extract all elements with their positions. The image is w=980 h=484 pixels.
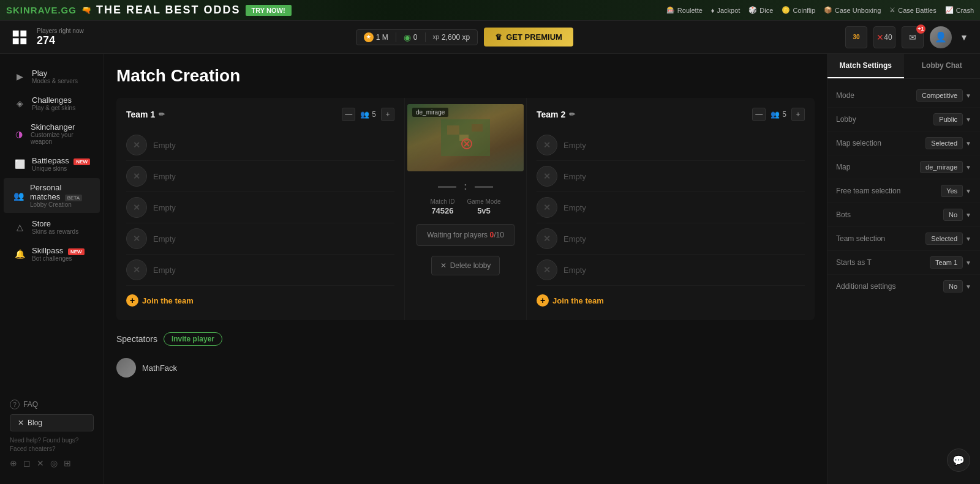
messages-button[interactable]: ✉ +1 bbox=[902, 26, 924, 48]
ad-tagline: THE REAL BEST ODDS bbox=[96, 4, 241, 17]
coins-button[interactable]: ✕ 40 bbox=[873, 26, 895, 48]
sidebar-item-skillpass[interactable]: 🔔 Skillpass NEW Bot challenges bbox=[4, 241, 100, 267]
try-now-button[interactable]: TRY NOW! bbox=[246, 5, 292, 16]
ad-logo[interactable]: SKINRAVE.GG bbox=[6, 5, 77, 15]
sidebar-item-play[interactable]: ▶ Play Modes & servers bbox=[4, 64, 100, 89]
free-team-dropdown-icon[interactable]: ▼ bbox=[965, 188, 971, 195]
blog-button[interactable]: ✕ Blog bbox=[10, 414, 94, 431]
xp-m: ★ 1 M bbox=[364, 32, 388, 42]
team2-edit-icon[interactable]: ✏ bbox=[569, 110, 575, 119]
main-layout: ▶ Play Modes & servers ◈ Challenges Play… bbox=[0, 54, 980, 484]
sidebar: ▶ Play Modes & servers ◈ Challenges Play… bbox=[0, 54, 104, 484]
sidebar-text-play: Play Modes & servers bbox=[32, 69, 78, 84]
sidebar-item-battlepass[interactable]: ⬜ Battlepass NEW Unique skins bbox=[4, 151, 100, 177]
additional-dropdown-icon[interactable]: ▼ bbox=[965, 283, 971, 290]
faq-item[interactable]: ? FAQ bbox=[10, 400, 94, 409]
team-selection-dropdown-icon[interactable]: ▼ bbox=[965, 236, 971, 242]
team2-label: Team 2 bbox=[537, 110, 565, 119]
account-dropdown[interactable]: ▼ bbox=[958, 26, 970, 48]
spectator-name: MathFack bbox=[142, 363, 177, 373]
match-id-value: 74526 bbox=[431, 206, 453, 215]
avatar-image: 👤 bbox=[930, 26, 952, 48]
game-mode-label: Game Mode bbox=[467, 198, 500, 205]
map-dropdown-icon[interactable]: ▼ bbox=[965, 164, 971, 171]
settings-key-bots: Bots bbox=[836, 210, 851, 219]
lobby-dropdown-icon[interactable]: ▼ bbox=[965, 116, 971, 123]
sidebar-item-skinchanger[interactable]: ◑ Skinchanger Customize your weapon bbox=[4, 117, 100, 150]
settings-badge-free-team: Yes bbox=[941, 185, 963, 197]
delete-lobby-button[interactable]: ✕ Delete lobby bbox=[431, 256, 500, 275]
tab-match-settings[interactable]: Match Settings bbox=[827, 54, 904, 78]
settings-val-free-team: Yes ▼ bbox=[941, 185, 971, 197]
ad-nav-roulette[interactable]: 🎰 Roulette bbox=[666, 6, 703, 14]
twitter-icon[interactable]: ✕ bbox=[37, 458, 44, 468]
team1-slot3-label: Empty bbox=[153, 203, 176, 212]
sidebar-sub-personal-matches: Lobby Creation bbox=[30, 201, 90, 208]
map-selection-dropdown-icon[interactable]: ▼ bbox=[965, 140, 971, 147]
blog-label: Blog bbox=[28, 419, 42, 427]
ad-nav-case-battles[interactable]: ⚔ Case Battles bbox=[889, 6, 936, 14]
starts-as-dropdown-icon[interactable]: ▼ bbox=[965, 259, 971, 266]
premium-button[interactable]: ♛ GET PREMIUM bbox=[484, 28, 573, 47]
slot-x-icon4: ✕ bbox=[133, 234, 140, 244]
team2-minus-button[interactable]: — bbox=[752, 108, 766, 121]
team2-slot-1: ✕ Empty bbox=[537, 130, 805, 161]
team1-controls: — 👥 5 + bbox=[342, 108, 394, 121]
ad-nav-coinflip[interactable]: 🪙 Coinflip bbox=[782, 6, 815, 14]
discord-icon[interactable]: ⊕ bbox=[10, 458, 17, 468]
sidebar-item-personal-matches[interactable]: 👥 Personal matches BETA Lobby Creation bbox=[4, 178, 100, 213]
settings-badge-mode: Competitive bbox=[916, 89, 963, 102]
t2-slot-x-icon3: ✕ bbox=[543, 203, 551, 212]
chat-bubble[interactable]: 💬 bbox=[947, 449, 970, 472]
avatar[interactable]: 👤 bbox=[930, 26, 952, 48]
vk-icon[interactable]: ⊞ bbox=[64, 458, 71, 468]
score-colon: : bbox=[464, 181, 467, 192]
ad-nav-dice[interactable]: 🎲 Dice bbox=[748, 6, 773, 14]
settings-badge-starts-as: Team 1 bbox=[930, 256, 963, 269]
team1-edit-icon[interactable]: ✏ bbox=[159, 110, 165, 119]
invite-player-button[interactable]: Invite player bbox=[164, 332, 222, 346]
team2-slot-3: ✕ Empty bbox=[537, 192, 805, 223]
team2-join-button[interactable]: + Join the team bbox=[537, 291, 805, 310]
steam-icon[interactable]: ◎ bbox=[50, 458, 58, 468]
team2-players-icon: 👥 bbox=[771, 110, 780, 119]
svg-rect-3 bbox=[20, 38, 26, 44]
sniper-icon: 🔫 bbox=[81, 6, 91, 15]
team2-plus-button[interactable]: + bbox=[791, 108, 805, 121]
instagram-icon[interactable]: ◻ bbox=[23, 458, 31, 468]
settings-key-map: Map bbox=[836, 163, 850, 171]
personal-matches-beta-badge: BETA bbox=[65, 195, 82, 201]
sidebar-item-store[interactable]: △ Store Skins as rewards bbox=[4, 214, 100, 240]
team1-join-button[interactable]: + Join the team bbox=[126, 291, 394, 310]
mode-dropdown-icon[interactable]: ▼ bbox=[965, 92, 971, 99]
level-number: 30 bbox=[853, 34, 859, 40]
tab-lobby-chat[interactable]: Lobby Chat bbox=[904, 54, 981, 78]
team1-plus-button[interactable]: + bbox=[381, 108, 394, 121]
settings-row-mode: Mode Competitive ▼ bbox=[827, 84, 980, 108]
settings-badge-map-selection: Selected bbox=[925, 137, 963, 149]
ad-nav-jackpot[interactable]: ♦ Jackpot bbox=[711, 7, 741, 14]
sidebar-text-personal-matches: Personal matches BETA Lobby Creation bbox=[30, 183, 90, 208]
settings-row-map: Map de_mirage ▼ bbox=[827, 155, 980, 179]
logo[interactable] bbox=[10, 28, 29, 47]
delete-lobby-x-icon: ✕ bbox=[440, 261, 447, 270]
settings-badge-bots: No bbox=[943, 209, 963, 221]
divider bbox=[396, 32, 396, 42]
team1-slot4-label: Empty bbox=[153, 234, 176, 244]
bots-dropdown-icon[interactable]: ▼ bbox=[965, 212, 971, 218]
faq-label: FAQ bbox=[23, 400, 38, 409]
players-label: Players right now bbox=[37, 28, 84, 34]
spectators-header: Spectators Invite player bbox=[116, 332, 815, 346]
settings-val-lobby: Public ▼ bbox=[933, 113, 971, 125]
team1-minus-button[interactable]: — bbox=[342, 108, 355, 121]
team1-join-label: Join the team bbox=[142, 296, 194, 305]
ad-nav-crash[interactable]: 📈 Crash bbox=[945, 6, 974, 14]
map-label: de_mirage bbox=[412, 108, 448, 117]
team2-slot2-avatar: ✕ bbox=[537, 166, 557, 187]
settings-val-team-selection: Selected ▼ bbox=[925, 233, 971, 245]
message-icon: ✉ bbox=[909, 32, 916, 42]
sidebar-item-challenges[interactable]: ◈ Challenges Play & get skins bbox=[4, 91, 100, 116]
battlepass-new-badge: NEW bbox=[74, 158, 90, 165]
ad-nav-case-unboxing[interactable]: 📦 Case Unboxing bbox=[824, 6, 881, 14]
svg-rect-2 bbox=[13, 38, 19, 44]
